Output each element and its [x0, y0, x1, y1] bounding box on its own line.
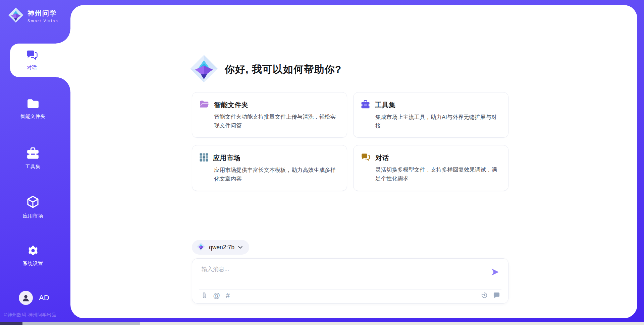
hashtag-button[interactable]: #: [226, 292, 230, 299]
history-clock-icon: [481, 291, 488, 299]
sidebar-item-label: 应用市场: [0, 213, 66, 219]
sidebar-item-toolset[interactable]: 工具集: [0, 147, 66, 170]
sidebar-item-label: 系统设置: [0, 260, 66, 267]
greeting: 你好, 我可以如何帮助你?: [190, 55, 341, 84]
card-app-market[interactable]: 应用市场 应用市场提供丰富长文本模板，助力高效生成多样化文章内容: [192, 145, 347, 191]
card-title: 智能文件夹: [214, 101, 249, 110]
feature-cards: 智能文件夹 智能文件夹功能支持批量文件上传与清洗，轻松实现文件问答: [192, 92, 508, 191]
send-icon: [491, 268, 499, 276]
sidebar-item-label: 智能文件夹: [0, 113, 66, 120]
card-title: 工具集: [375, 101, 396, 110]
card-smart-folder[interactable]: 智能文件夹 智能文件夹功能支持批量文件上传与清洗，轻松实现文件问答: [192, 92, 347, 138]
main-panel: 你好, 我可以如何帮助你? 智能文件夹 智能文件夹功能支持批量文件上传与清洗，轻…: [70, 5, 637, 318]
sidebar: 神州问学 Smart Vision 对话: [0, 0, 70, 325]
copyright-text: ©神州数码·神州问学出品: [4, 312, 70, 318]
card-description: 应用市场提供丰富长文本模板，助力高效生成多样化文章内容: [214, 166, 338, 183]
brand: 神州问学 Smart Vision: [8, 7, 58, 24]
card-description: 智能文件夹功能支持批量文件上传与清洗，轻松实现文件问答: [214, 113, 338, 130]
brand-logo-diamond-icon: [8, 7, 23, 24]
avatar: [19, 291, 33, 305]
chat-bubbles-icon: [26, 50, 38, 62]
brand-name: 神州问学: [28, 9, 58, 18]
sidebar-item-settings[interactable]: 系统设置: [0, 245, 66, 267]
sidebar-item-app-market[interactable]: 应用市场: [0, 196, 66, 219]
history-button[interactable]: [481, 291, 488, 299]
speech-bubble-icon: [493, 292, 500, 299]
card-title: 对话: [375, 153, 389, 162]
send-button[interactable]: [491, 268, 499, 276]
feedback-button[interactable]: [493, 292, 500, 299]
cube-icon: [27, 204, 39, 209]
greeting-logo-diamond-icon: [190, 55, 218, 84]
chat-bubbles-icon: [361, 153, 370, 162]
app-window: 神州问学 Smart Vision 对话: [0, 0, 644, 325]
mention-button[interactable]: @: [213, 292, 220, 299]
paperclip-icon: [202, 292, 207, 299]
card-chat[interactable]: 对话 灵活切换多模型文件，支持多样回复效果调试，满足个性化需求: [353, 145, 508, 191]
scrollbar-thumb[interactable]: [22, 322, 140, 325]
card-description: 灵活切换多模型文件，支持多样回复效果调试，满足个性化需求: [375, 166, 499, 183]
model-logo-diamond-icon: [197, 242, 205, 252]
sidebar-item-label: 对话: [27, 64, 37, 71]
message-input[interactable]: [202, 265, 480, 283]
toolbox-icon: [361, 100, 370, 110]
sidebar-item-label: 工具集: [0, 164, 66, 170]
folder-icon: [27, 104, 39, 110]
message-composer: @ #: [192, 258, 508, 304]
greeting-title: 你好, 我可以如何帮助你?: [225, 63, 341, 76]
chevron-down-icon: [238, 244, 243, 250]
gear-icon: [27, 251, 39, 257]
model-name: qwen2:7b: [209, 244, 234, 251]
user-initials: AD: [39, 294, 49, 302]
person-icon: [21, 294, 30, 302]
scrollbar-corner: [0, 322, 22, 325]
brand-subtitle: Smart Vision: [28, 19, 58, 23]
model-selector[interactable]: qwen2:7b: [192, 240, 249, 255]
card-toolset[interactable]: 工具集 集成市场上主流工具，助力AI与外界无缝扩展与对接: [353, 92, 508, 138]
card-title: 应用市场: [213, 153, 240, 162]
card-description: 集成市场上主流工具，助力AI与外界无缝扩展与对接: [375, 113, 499, 130]
grid-icon: [200, 153, 208, 163]
composer-divider: [199, 289, 501, 290]
sidebar-item-smart-folder[interactable]: 智能文件夹: [0, 99, 66, 120]
attach-file-button[interactable]: [202, 292, 207, 299]
sidebar-item-chat[interactable]: 对话: [10, 44, 71, 77]
horizontal-scrollbar: [0, 322, 644, 325]
open-folder-icon: [200, 100, 209, 110]
toolbox-icon: [26, 154, 39, 160]
user-account[interactable]: AD: [19, 291, 49, 305]
